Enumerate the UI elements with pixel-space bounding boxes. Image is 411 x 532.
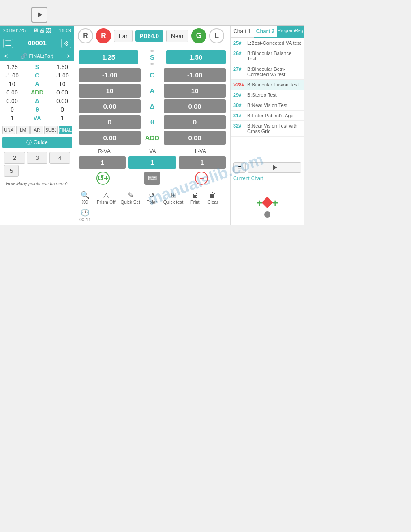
point-btn-row2: 5 [0, 165, 74, 180]
ar-btn[interactable]: AR [30, 126, 43, 134]
chart-item-31[interactable]: 31# B:Enter Patient's Age [231, 111, 304, 121]
va-labels: R-VA VA L-VA [79, 148, 226, 154]
vg-row-s: 1.25 ∞ S ∞ 1.50 [79, 48, 226, 66]
clear-btn[interactable]: 🗑 Clear [205, 190, 221, 206]
point-4-btn[interactable]: 4 [49, 152, 70, 164]
delta-left-input[interactable]: 0.00 [79, 99, 141, 113]
add-mid-label: ADD [143, 134, 161, 142]
chart-item-29[interactable]: 29# B:Stereo Test [231, 90, 304, 100]
programreg-tab[interactable]: ProgramReg [277, 26, 304, 38]
chart1-tab[interactable]: Chart 1 [231, 26, 254, 38]
prism-label: Prism Off [97, 200, 115, 205]
gear-icon[interactable]: ⚙ [61, 39, 71, 48]
right-panel: Chart 1 Chart 2 ProgramReg 25# L:Best-Co… [230, 26, 304, 225]
chart-play-btn[interactable] [248, 162, 301, 173]
polar-btn[interactable]: ↺ Polar [144, 190, 160, 206]
subj-btn[interactable]: SUBJ [44, 126, 57, 134]
add-right-input[interactable]: 0.00 [164, 131, 226, 145]
item-num-28: >28# [233, 82, 246, 87]
s-mid-label: S [143, 53, 161, 61]
xc-btn[interactable]: 🔍 XC [77, 190, 93, 206]
quicktest-icon: ⊞ [171, 191, 176, 199]
far-btn[interactable]: Far [114, 30, 133, 42]
r-filled-btn[interactable]: R [96, 28, 111, 43]
s-left-val: 1.25 [3, 64, 21, 70]
point-3-btn[interactable]: 3 [27, 152, 48, 164]
print-btn[interactable]: 🖨 Print [187, 190, 203, 206]
nav-mode-label: 🔗 FINAL(Far) [9, 53, 65, 59]
chain-left-icon: ∞ [150, 48, 154, 53]
point-buttons: 2 3 4 [0, 149, 74, 165]
a-left-val: 10 [3, 81, 21, 87]
data-grid: 1.25 S 1.50 -1.00 C -1.00 10 A 10 0.00 A… [0, 61, 74, 124]
chart-item-30[interactable]: 30# B:Near Vision Test [231, 100, 304, 111]
va-icon-row: ↺+ ⌨ − [79, 172, 226, 185]
lm-btn[interactable]: LM [16, 126, 29, 134]
menu-icon[interactable]: ☰ [3, 39, 13, 48]
quickset-btn[interactable]: ✎ Quick Set [119, 190, 141, 206]
una-btn[interactable]: UNA [2, 126, 15, 134]
g-filled-btn[interactable]: G [191, 28, 206, 43]
add-left-input[interactable]: 0.00 [79, 131, 141, 145]
c-label: C [28, 72, 46, 79]
chart-list: 25# L:Best-Corrected VA test 26# B:Binoc… [231, 38, 304, 160]
plus-left-icon[interactable]: + [257, 197, 262, 209]
chart-ctrl-row: = [233, 162, 301, 173]
item-num-31: 31# [233, 113, 246, 118]
keyboard-icon-btn[interactable]: ⌨ [144, 172, 160, 185]
a-right-input[interactable]: 10 [164, 84, 226, 98]
add-label: ADD [28, 89, 46, 96]
chart2-tab[interactable]: Chart 2 [254, 26, 277, 38]
theta-right-val: 0 [53, 106, 71, 113]
final-btn[interactable]: FINAL [59, 126, 72, 134]
delta-right-input[interactable]: 0.00 [164, 99, 226, 113]
value-grid: 1.25 ∞ S ∞ 1.50 -1.00 C -1.00 10 [74, 46, 230, 146]
lva-label: L-VA [195, 148, 206, 154]
item-text-25: L:Best-Corrected VA test [247, 40, 301, 46]
time-btn[interactable]: 🕐 00-11 [77, 207, 93, 223]
minus-icon-btn[interactable]: − [195, 172, 208, 185]
point-2-btn[interactable]: 2 [4, 152, 25, 164]
plus-right-icon[interactable]: + [272, 197, 278, 209]
mode-button-row: UNA LM AR SUBJ FINAL [0, 124, 74, 136]
item-text-27: B:Binocular Best-Corrected VA test [247, 66, 301, 77]
chart-item-32[interactable]: 32# B:Near Vision Test with Cross Grid [231, 121, 304, 137]
diamond-shape [261, 197, 273, 208]
item-num-25: 25# [233, 40, 246, 46]
chart-item-26[interactable]: 26# B:Binocular Balance Test [231, 48, 304, 64]
s-right-input[interactable]: 1.50 [166, 50, 226, 64]
quicktest-btn[interactable]: ⊞ Quick test [162, 190, 185, 206]
chart-item-25[interactable]: 25# L:Best-Corrected VA test [231, 38, 304, 48]
chart-item-27[interactable]: 27# B:Binocular Best-Corrected VA test [231, 64, 304, 80]
theta-left-input[interactable]: 0 [79, 115, 141, 129]
nav-prev-btn[interactable]: < [2, 52, 9, 60]
diamond-grid: + + [233, 183, 301, 224]
a-left-input[interactable]: 10 [79, 84, 141, 98]
va-center-label: VA [149, 148, 156, 154]
va-center-value[interactable]: 1 [128, 156, 176, 169]
lva-value[interactable]: 1 [179, 156, 226, 169]
play-button[interactable] [31, 7, 47, 23]
current-chart-bar: = Current Chart + + [231, 160, 304, 225]
chart-item-28[interactable]: >28# B:Binocular Fusion Test [231, 80, 304, 90]
prism-btn[interactable]: △ Prism Off [95, 190, 117, 206]
vg-row-theta: 0 θ 0 [79, 115, 226, 129]
nav-next-btn[interactable]: > [65, 52, 72, 60]
navigation-bar: < 🔗 FINAL(Far) > [0, 51, 74, 61]
l-outline-btn[interactable]: L [209, 28, 224, 43]
va-label: VA [28, 115, 46, 121]
equals-btn[interactable]: = [233, 162, 246, 173]
near-btn[interactable]: Near [166, 30, 188, 42]
plus-icon-btn[interactable]: ↺+ [96, 172, 110, 185]
point-5-btn[interactable]: 5 [4, 165, 19, 177]
s-left-input[interactable]: 1.25 [79, 50, 138, 64]
theta-right-input[interactable]: 0 [164, 115, 226, 129]
rva-value[interactable]: 1 [79, 156, 126, 169]
c-right-input[interactable]: -1.00 [164, 68, 226, 82]
guide-bar[interactable]: ⓘ Guide [2, 137, 72, 148]
c-left-input[interactable]: -1.00 [79, 68, 141, 82]
xc-icon: 🔍 [81, 191, 90, 199]
va-right-val: 1 [53, 115, 71, 121]
s-right-val: 1.50 [53, 64, 71, 70]
r-outline-btn[interactable]: R [78, 28, 93, 43]
